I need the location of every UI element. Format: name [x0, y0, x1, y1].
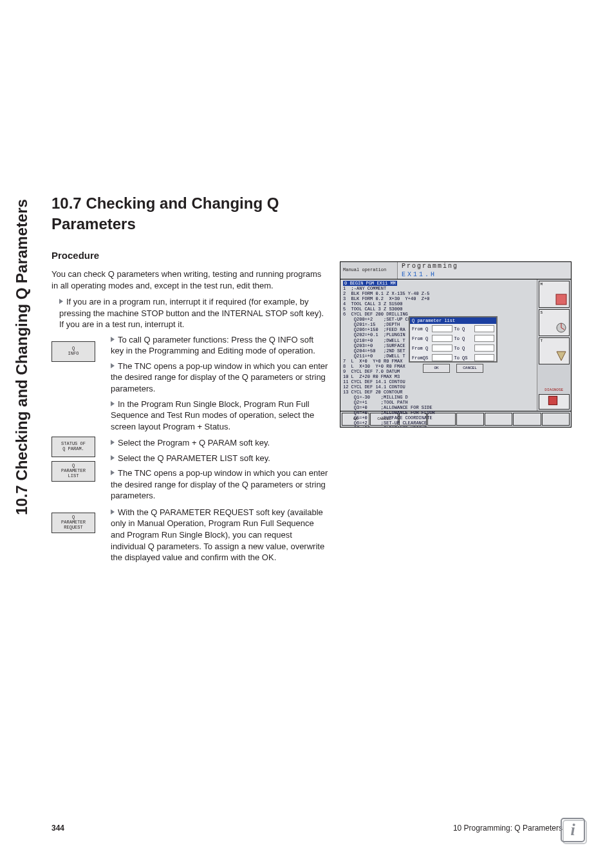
softkey-q-parameter-request[interactable]: Q PARAMETER REQUEST: [51, 513, 95, 533]
sidebar-section-title: 10.7 Checking and Changing Q Parameters: [12, 180, 32, 515]
popup-toqs-label: To QS: [454, 355, 472, 361]
shot-diagnose-label[interactable]: DIAGNOSE: [539, 388, 570, 393]
popup-to-label: To Q: [454, 326, 472, 332]
tnc-screenshot: Manual operation Programming EX11.H 0 BE…: [340, 261, 572, 428]
popup-to-label: To Q: [454, 336, 472, 341]
popup-from-label: From Q: [412, 346, 430, 351]
shot-mode-label: Manual operation: [340, 262, 398, 279]
main-content: 10.7 Checking and Changing Q Parameters …: [51, 193, 328, 567]
shot-highlight-line: 0 BEGIN PGM EX11 MM: [343, 281, 397, 286]
shot-code-area: 0 BEGIN PGM EX11 MM 1 ;-ANY COMMENT 2 BL…: [340, 279, 537, 411]
svg-rect-2: [548, 396, 557, 404]
popup-from-label: From Q: [412, 326, 430, 332]
shot-s-button[interactable]: [539, 309, 570, 336]
shot-m-button[interactable]: [539, 281, 570, 308]
shot-right-buttons: DIAGNOSE: [537, 279, 571, 411]
info-icon: i: [561, 818, 585, 842]
popup-input[interactable]: [474, 325, 495, 332]
intro-text: You can check Q parameters when writing,…: [51, 269, 328, 291]
softkey-q-info[interactable]: Q INFO: [51, 341, 95, 362]
bullet-4: In the Program Run Single Block, Program…: [51, 399, 328, 433]
popup-input[interactable]: [432, 354, 452, 361]
page-number: 344: [51, 823, 64, 833]
popup-from-label: From Q: [412, 336, 430, 341]
footer-chapter: 10 Programming: Q Parameters: [453, 823, 563, 833]
popup-cancel-button[interactable]: CANCEL: [456, 364, 483, 373]
softkey-q-parameter-list[interactable]: Q PARAMETER LIST: [51, 461, 95, 482]
popup-to-label: To Q: [454, 346, 472, 351]
softkey-status-q-param[interactable]: STATUS OF Q PARAM.: [51, 437, 95, 457]
shot-softkey-empty: [542, 413, 570, 426]
popup-input[interactable]: [474, 354, 495, 361]
bullet-3: The TNC opens a pop-up window in which y…: [51, 361, 328, 395]
shot-titlebar: Manual operation Programming EX11.H: [340, 262, 571, 279]
bullet-1: If you are in a program run, interrupt i…: [51, 296, 328, 330]
popup-input[interactable]: [474, 335, 495, 342]
shot-title-2: EX11.H: [402, 270, 571, 279]
popup-fromqs-label: FromQS: [412, 355, 430, 361]
shot-diagnose-button[interactable]: [539, 394, 570, 410]
shot-title-1: Programming: [402, 262, 571, 271]
popup-input[interactable]: [432, 325, 452, 332]
heading-2: Procedure: [51, 249, 328, 262]
heading-1: 10.7 Checking and Changing Q Parameters: [51, 193, 328, 235]
popup-input[interactable]: [432, 335, 452, 342]
popup-input[interactable]: [432, 344, 452, 352]
popup-input[interactable]: [474, 344, 495, 352]
popup-ok-button[interactable]: OK: [423, 364, 450, 373]
shot-t-button[interactable]: [539, 337, 570, 364]
popup-title: Q parameter list: [410, 317, 496, 324]
svg-rect-0: [556, 294, 566, 305]
q-param-list-popup: Q parameter list From Q To Q From Q To Q…: [409, 316, 498, 363]
